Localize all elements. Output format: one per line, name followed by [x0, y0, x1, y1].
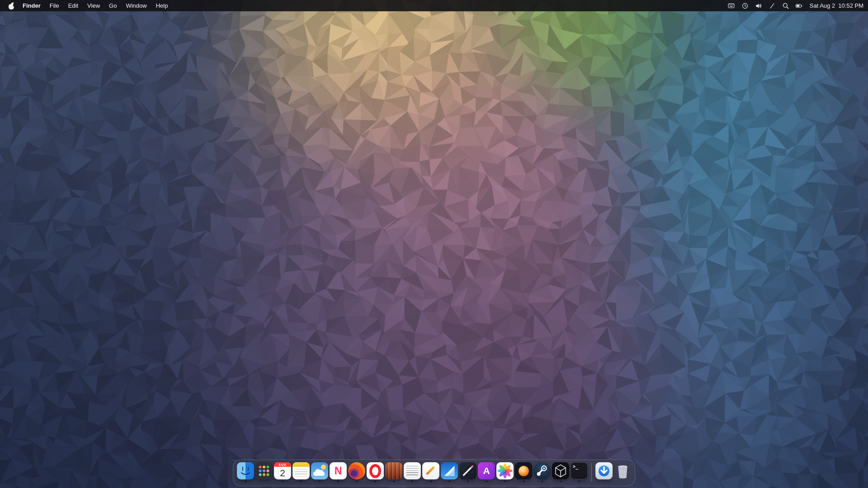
dock-item-terminal[interactable]: >_ — [571, 462, 588, 482]
brush-stroke-shape — [459, 462, 476, 479]
desktop: { "menu_bar": { "app_name": "Finder", "m… — [0, 0, 868, 488]
terminal-prompt-glyph: >_ — [573, 464, 578, 469]
menu-bar-left: Finder File Edit View Go Window Help — [0, 0, 172, 11]
running-indicator — [523, 481, 524, 483]
textedit-icon — [404, 462, 421, 479]
opera-icon — [367, 462, 384, 479]
dock-item-weather[interactable] — [311, 462, 328, 482]
dock-item-notes[interactable] — [292, 462, 310, 482]
menu-go[interactable]: Go — [104, 0, 121, 11]
menu-bar: Finder File Edit View Go Window Help — [0, 0, 868, 11]
news-icon: N — [330, 462, 347, 479]
active-app-menu[interactable]: Finder — [18, 0, 45, 11]
running-indicator — [282, 481, 283, 483]
purple-a-letter: A — [483, 465, 490, 476]
dock-item-photos[interactable] — [496, 462, 514, 482]
red-striped-app-icon — [385, 462, 402, 479]
dock-item-news[interactable]: N — [330, 462, 347, 482]
dock-item-launchpad[interactable] — [255, 462, 273, 482]
menu-bar-status: Sat Aug 2 10:52 PM — [725, 0, 868, 11]
orange-sphere-shape — [519, 466, 529, 476]
keyboard-icon[interactable] — [727, 2, 736, 9]
running-indicator — [319, 481, 321, 483]
menu-file[interactable]: File — [45, 0, 64, 11]
dock-item-firefox[interactable] — [348, 462, 365, 482]
menu-edit[interactable]: Edit — [64, 0, 83, 11]
photos-icon — [496, 462, 514, 479]
triangle-sail-shape — [441, 462, 458, 479]
dock: AUG 2 N — [233, 460, 635, 486]
desktop-wallpaper — [0, 0, 868, 488]
apple-menu[interactable] — [8, 2, 14, 9]
pinwheel-flower-shape — [496, 462, 514, 479]
notes-header-stripe — [292, 462, 310, 467]
notes-icon — [292, 462, 310, 479]
running-indicator — [467, 481, 469, 483]
blue-triangle-app-icon — [441, 462, 458, 479]
wastebasket-shape — [615, 462, 630, 479]
launchpad-icon — [255, 462, 273, 479]
dock-item-red-striped-app[interactable] — [385, 462, 402, 482]
menu-view[interactable]: View — [83, 0, 104, 11]
menu-help[interactable]: Help — [151, 0, 173, 11]
sun-shape — [321, 465, 326, 469]
cube-app-icon — [552, 462, 569, 479]
dock-item-blue-triangle-app[interactable] — [441, 462, 458, 482]
running-indicator — [560, 481, 561, 483]
download-arrow-circle — [599, 465, 609, 476]
slash-icon[interactable] — [768, 2, 776, 9]
dark-brush-app-icon — [459, 462, 476, 479]
running-indicator — [411, 481, 413, 483]
running-indicator — [486, 481, 487, 483]
battery-icon[interactable] — [795, 2, 803, 9]
orange-pen-shape — [426, 466, 435, 475]
news-letter: N — [335, 465, 342, 477]
notes-ruled-lines — [295, 469, 307, 478]
running-indicator — [393, 481, 395, 483]
dock-item-pages[interactable] — [422, 462, 439, 482]
steam-piston-shape — [533, 462, 551, 479]
dock-item-textedit[interactable] — [404, 462, 421, 482]
dock-item-downloads[interactable] — [595, 462, 613, 482]
running-indicator — [300, 481, 302, 483]
running-indicator — [504, 481, 506, 483]
running-indicator — [374, 481, 376, 483]
apple-logo-bite — [13, 5, 16, 7]
volume-icon[interactable] — [755, 2, 763, 9]
clock-rewind-icon[interactable] — [741, 2, 749, 9]
dock-item-cube-app[interactable] — [552, 462, 569, 482]
running-indicator — [245, 481, 246, 483]
running-indicator — [578, 481, 580, 483]
document-text-lines — [406, 466, 418, 476]
orange-sphere-app-icon — [515, 462, 532, 479]
running-indicator — [430, 481, 432, 483]
dock-item-finder[interactable] — [237, 462, 254, 482]
running-indicator — [448, 481, 450, 483]
dock-item-trash[interactable] — [614, 462, 631, 482]
pages-icon — [422, 462, 439, 479]
finder-icon — [237, 462, 254, 479]
steam-icon — [533, 462, 551, 479]
terminal-icon: >_ — [571, 462, 588, 479]
dock-item-steam[interactable] — [533, 462, 551, 482]
calendar-month-label: AUG — [274, 462, 291, 467]
firefox-icon — [348, 462, 365, 479]
opera-ring-shape — [369, 464, 381, 478]
dock-item-opera[interactable] — [367, 462, 384, 482]
downloads-icon — [595, 462, 613, 479]
isometric-cube-shape — [552, 462, 569, 479]
dock-item-orange-sphere-app[interactable] — [515, 462, 532, 482]
spotlight-search-icon[interactable] — [782, 2, 790, 9]
running-indicator — [356, 481, 358, 483]
finder-face — [237, 462, 254, 479]
running-indicator — [337, 481, 339, 483]
menu-window[interactable]: Window — [121, 0, 151, 11]
weather-icon — [311, 462, 328, 479]
dock-item-purple-a-app[interactable]: A — [478, 462, 495, 482]
dock-item-calendar[interactable]: AUG 2 — [274, 462, 291, 482]
menu-bar-clock[interactable]: Sat Aug 2 10:52 PM — [810, 0, 863, 11]
purple-a-app-icon: A — [478, 462, 495, 479]
dock-item-dark-brush-app[interactable] — [459, 462, 476, 482]
calendar-day-number: 2 — [274, 467, 291, 479]
trash-icon — [614, 462, 631, 479]
